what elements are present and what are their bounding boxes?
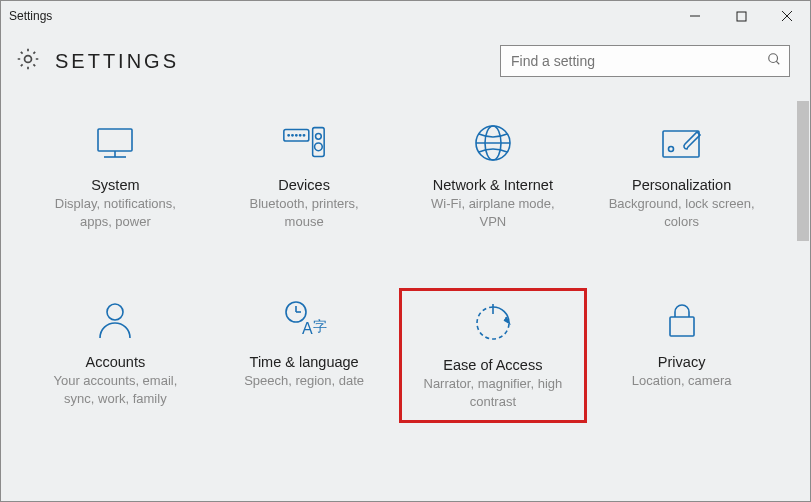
svg-point-11 [288,135,289,136]
tile-ease-of-access[interactable]: Ease of Access Narrator, magnifier, high… [399,288,588,423]
svg-point-4 [25,56,32,63]
tile-label: System [91,177,139,193]
svg-text:A: A [302,320,313,337]
tile-desc: Wi-Fi, airplane mode, VPN [418,195,568,230]
close-button[interactable] [764,1,810,31]
svg-point-15 [303,135,304,136]
tile-system[interactable]: System Display, notifications, apps, pow… [21,111,210,240]
svg-point-12 [292,135,293,136]
svg-point-18 [315,143,323,151]
tile-label: Devices [278,177,330,193]
search-input[interactable] [501,46,789,76]
svg-line-6 [776,61,779,64]
window-controls [672,1,810,31]
globe-icon [469,119,517,167]
svg-rect-31 [670,317,694,336]
tile-desc: Speech, region, date [244,372,364,390]
titlebar: Settings [1,1,810,31]
tile-desc: Location, camera [632,372,732,390]
header-left: SETTINGS [15,46,179,76]
paint-icon [658,119,706,167]
window-title: Settings [1,9,52,23]
page-title: SETTINGS [55,50,179,73]
scrollbar-thumb[interactable] [797,101,809,241]
tile-desc: Bluetooth, printers, mouse [229,195,379,230]
svg-point-13 [296,135,297,136]
svg-point-17 [316,133,322,139]
person-icon [91,296,139,344]
tile-label: Ease of Access [443,357,542,373]
tile-desc: Your accounts, email, sync, work, family [40,372,190,407]
svg-point-24 [107,304,123,320]
tile-label: Personalization [632,177,731,193]
svg-point-14 [300,135,301,136]
gear-icon [15,46,41,76]
devices-icon [280,119,328,167]
tile-accounts[interactable]: Accounts Your accounts, email, sync, wor… [21,288,210,423]
tile-label: Time & language [250,354,359,370]
settings-window: Settings SETTINGS [0,0,811,502]
tile-desc: Display, notifications, apps, power [40,195,190,230]
header: SETTINGS [1,31,810,101]
search-icon [767,52,781,70]
tile-label: Accounts [86,354,146,370]
svg-rect-7 [98,129,132,151]
svg-point-23 [668,147,673,152]
tile-network[interactable]: Network & Internet Wi-Fi, airplane mode,… [399,111,588,240]
tile-privacy[interactable]: Privacy Location, camera [587,288,776,423]
tile-desc: Narrator, magnifier, high contrast [418,375,568,410]
svg-rect-1 [737,12,746,21]
body: System Display, notifications, apps, pow… [1,101,810,501]
tile-label: Network & Internet [433,177,553,193]
ease-of-access-icon [469,299,517,347]
tile-personalization[interactable]: Personalization Background, lock screen,… [587,111,776,240]
search-box[interactable] [500,45,790,77]
tile-label: Privacy [658,354,706,370]
maximize-button[interactable] [718,1,764,31]
svg-rect-16 [313,128,325,157]
tile-time-language[interactable]: A 字 Time & language Speech, region, date [210,288,399,423]
tile-desc: Background, lock screen, colors [607,195,757,230]
time-language-icon: A 字 [280,296,328,344]
display-icon [91,119,139,167]
tiles-grid: System Display, notifications, apps, pow… [11,101,786,423]
tile-devices[interactable]: Devices Bluetooth, printers, mouse [210,111,399,240]
scrollbar-track[interactable] [796,101,810,501]
scroll-area: System Display, notifications, apps, pow… [1,101,796,501]
minimize-button[interactable] [672,1,718,31]
lock-icon [658,296,706,344]
svg-text:字: 字 [313,318,327,334]
